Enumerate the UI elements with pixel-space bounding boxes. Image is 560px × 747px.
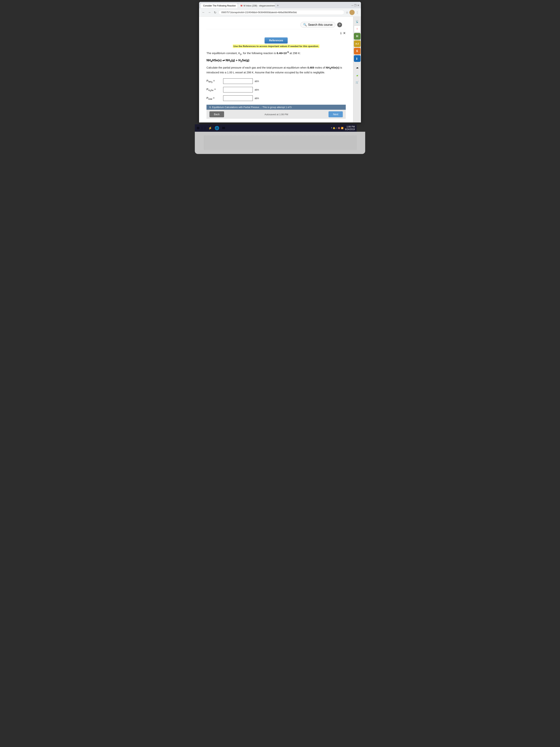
reaction-right: NH3(g) + H2Se(g) [225,59,249,62]
taskbar-chrome-icon[interactable]: 🌐 [214,125,219,131]
profile-avatar[interactable] [349,10,355,15]
search-area: 🔍 Search this course ? [207,20,346,29]
keyboard-grid [203,135,357,150]
p-total-row: Ptotal = atm [207,96,346,101]
info-row: ℹ ✕ [207,31,346,35]
help-button[interactable]: ? [337,22,342,27]
az-button[interactable]: A-Z [354,41,361,47]
autosave-text: Autosaved at 1:06 PM [264,113,288,116]
tab-label-1: Consider The Following Reaction [203,4,236,7]
p-total-input[interactable] [223,96,253,101]
question-intro: The equilibrium constant, Kp, for the fo… [207,51,346,56]
p-h2se-row: PH2Se = atm [207,87,346,93]
next-button[interactable]: Next [328,111,343,117]
references-button[interactable]: References [265,37,288,43]
search-placeholder: Search this course [308,23,332,26]
browser-tabs: Consider The Following Reaction ✕ M M In… [199,2,361,8]
search-icon: 🔍 [303,23,307,26]
p-h2se-input[interactable] [223,87,253,93]
minimize-button[interactable]: ─ [351,4,353,7]
laptop-keyboard [195,132,365,154]
close-info-button[interactable]: ✕ [343,31,346,35]
taskbar-right: ? 🔔 □ 🔇 📶 1:06 PM 9/24/2019 [331,125,355,131]
side-toolbar: 📡 ! H A-Z 6 ▌ ☁ 🍃 🛒 [353,17,361,123]
nav-bar: Back Autosaved at 1:06 PM Next [207,110,346,119]
main-content: 🔍 Search this course ? ℹ ✕ References Us… [199,17,353,123]
p-h2se-label: PH2Se = [207,87,221,92]
search-box[interactable]: 🔍 Search this course [300,22,336,28]
tab-2[interactable]: M M Inbox (208) - eleganceextreme1 ✕ [238,3,275,8]
new-tab-button[interactable]: + [275,3,281,8]
restore-button[interactable]: ❐ [354,4,356,7]
rss-button[interactable]: 📡 [354,18,361,25]
clock: 1:06 PM 9/24/2019 [345,125,355,131]
tab-icon-mail: M [241,4,242,7]
taskbar-icons-system: ? 🔔 □ 🔇 📶 [331,127,344,129]
blue-button[interactable]: ▌ [354,55,361,62]
active-tab[interactable]: Consider The Following Reaction ✕ [201,3,238,8]
tab-label-2: M Inbox (208) - eleganceextreme1 [243,4,275,7]
references-instruction: Use the References to access important v… [207,45,346,48]
bottom-status-bar: 6. Equilibrium Calculations with Partial… [207,105,346,110]
h-button[interactable]: H [354,33,361,40]
taskbar-mail-icon[interactable]: ✉ [221,125,226,131]
bookmark-button[interactable]: ☆ [346,11,348,14]
address-bar[interactable]: 05657571&snapshotId=1324548&id=563649000… [218,10,344,15]
chemical-equation: NH4HSe(s) ⇌ NH3(g) + H2Se(g) [207,58,346,62]
p-total-unit: atm [255,97,259,100]
cloud-button[interactable]: ☁ [354,64,361,71]
forward-nav-button[interactable]: → [207,10,212,15]
taskbar-search-icon[interactable]: ⋮⋮ [201,125,206,131]
p-nh3-label: PNH3 = [207,79,221,83]
back-button[interactable]: Back [209,111,224,117]
browser-menu-button[interactable]: ⋮ [356,11,359,14]
reaction-arrow: ⇌ [222,59,225,62]
references-section: References Use the References to access … [207,37,346,48]
substance-name: NH4HSe(s) [326,66,340,69]
moles-value: 0.469 [308,66,314,69]
p-nh3-row: PNH3 = atm [207,78,346,84]
p-h2se-unit: atm [255,88,259,91]
six-button[interactable]: 6 [354,48,361,54]
cart-button[interactable]: 🛒 [354,79,361,85]
alert-button[interactable]: ! [354,26,361,32]
p-total-label: Ptotal = [207,96,221,100]
question-body: Calculate the partial pressure of each g… [207,66,346,75]
reaction-left: NH4HSe(s) [207,59,221,62]
page-layout: 🔍 Search this course ? ℹ ✕ References Us… [199,17,361,123]
taskbar: ⊞ ⋮⋮ ⚡ 🌐 ✉ ? 🔔 □ 🔇 📶 1:06 PM 9/24/2019 [195,124,357,132]
taskbar-lightning-icon[interactable]: ⚡ [208,125,213,131]
refresh-button[interactable]: ↻ [213,10,217,15]
back-nav-button[interactable]: ← [201,10,206,15]
clock-date: 9/24/2019 [345,128,355,131]
p-nh3-input[interactable] [223,78,253,84]
attempt-text: 6. Equilibrium Calculations with Partial… [209,106,292,108]
start-button[interactable]: ⊞ [197,126,199,130]
leaf-button[interactable]: 🍃 [354,72,361,78]
clock-time: 1:06 PM [345,125,355,128]
info-icon: ℹ [340,31,342,35]
p-nh3-unit: atm [255,80,259,83]
browser-toolbar: ← → ↻ 05657571&snapshotId=1324548&id=563… [199,8,361,17]
close-window-button[interactable]: ✕ [357,4,359,7]
taskbar-left: ⊞ ⋮⋮ ⚡ 🌐 ✉ [197,125,226,131]
